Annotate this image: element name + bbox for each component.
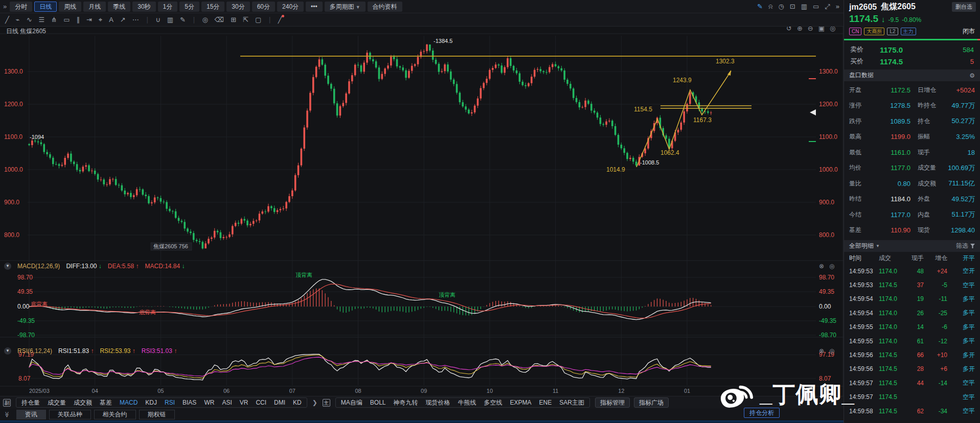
- timeframe-1分[interactable]: 1分: [158, 2, 178, 12]
- annotate-icon[interactable]: ✎: [757, 3, 763, 10]
- extend-line-icon[interactable]: ⇥: [86, 16, 92, 24]
- detail-header-label[interactable]: 全部明细: [849, 242, 874, 250]
- more-timeframes-button[interactable]: •••: [306, 2, 323, 12]
- filter-control[interactable]: 筛选: [956, 242, 975, 250]
- tab-期权链[interactable]: 期权链: [139, 410, 175, 419]
- pitchfork-icon[interactable]: ⋔: [51, 16, 57, 24]
- indicator-tab-KDJ[interactable]: KDJ: [145, 399, 157, 406]
- tab-资讯[interactable]: 资讯: [16, 410, 46, 419]
- magnet-icon[interactable]: ∪: [155, 16, 161, 24]
- tape-row[interactable]: 14:59:551174.061-12多平: [844, 334, 980, 348]
- indicator-tab-DMI[interactable]: DMI: [274, 399, 285, 406]
- indicator-tab-CCI[interactable]: CCI: [256, 399, 266, 406]
- tape-row[interactable]: 14:59:541174.026-25多平: [844, 306, 980, 320]
- indicator-tab-成交量[interactable]: 成交量: [48, 398, 66, 407]
- pip-icon[interactable]: ▥: [801, 3, 807, 10]
- alarm-icon[interactable]: ◷: [779, 3, 784, 10]
- expand-toolbar-icon[interactable]: »: [3, 3, 7, 10]
- timeframe-240分[interactable]: 240分: [277, 2, 304, 12]
- target-icon[interactable]: ◎: [202, 16, 208, 24]
- pane-close-icon[interactable]: ⊗: [819, 347, 824, 355]
- timeframe-30秒[interactable]: 30秒: [132, 2, 155, 12]
- trend-line-icon[interactable]: ╱: [5, 16, 9, 24]
- delete-icon[interactable]: ⌫: [215, 16, 224, 24]
- indicator-tab-ASI[interactable]: ASI: [222, 399, 232, 406]
- indicator-tab-WR[interactable]: WR: [204, 399, 214, 406]
- timeframe-分时[interactable]: 分时: [10, 2, 32, 12]
- timeframe-5分[interactable]: 5分: [179, 2, 199, 12]
- indicator-tab-持仓量[interactable]: 持仓量: [21, 398, 40, 407]
- indicator-tab-BIAS[interactable]: BIAS: [183, 399, 196, 406]
- parallel-channel-icon[interactable]: ∥: [76, 16, 80, 24]
- screenshot-icon[interactable]: ⊡: [790, 3, 795, 10]
- wave-icon[interactable]: ∿: [27, 16, 32, 24]
- more-panels-icon[interactable]: »: [836, 3, 839, 10]
- export-icon[interactable]: ⇱: [243, 16, 248, 24]
- indicator-tab-KD[interactable]: KD: [293, 399, 302, 406]
- depth-settings-icon[interactable]: ⚙: [969, 72, 975, 79]
- ruler-icon[interactable]: ╱: [278, 16, 282, 24]
- indicator-tab-神奇九转[interactable]: 神奇九转: [394, 398, 418, 407]
- timeframe-60分[interactable]: 60分: [252, 2, 275, 12]
- pane-settings-icon[interactable]: ◎: [829, 263, 834, 270]
- tape-row[interactable]: 14:59:561174.528+6多开: [844, 362, 980, 376]
- more-tools-icon[interactable]: ⋯: [132, 16, 139, 24]
- fib-icon[interactable]: ⌖: [99, 16, 102, 24]
- tape-row[interactable]: 14:59:541174.019-11多平: [844, 292, 980, 306]
- timeframe-日线[interactable]: 日线: [34, 2, 57, 12]
- timeframe-周线[interactable]: 周线: [59, 2, 81, 12]
- ask-row[interactable]: 卖价 1175.0 584: [844, 42, 980, 57]
- indicator-tab-BOLL[interactable]: BOLL: [370, 399, 386, 406]
- collapse-macd-icon[interactable]: ▼: [4, 263, 11, 270]
- indicator-tab-SAR主图[interactable]: SAR主图: [559, 398, 584, 407]
- remove-watchlist-button[interactable]: 删自选: [952, 2, 976, 12]
- tab-关联品种[interactable]: 关联品种: [49, 410, 91, 419]
- indicator-tab-现货价格[interactable]: 现货价格: [426, 398, 450, 407]
- indicator-tab-牛熊线[interactable]: 牛熊线: [458, 398, 476, 407]
- edit-draw-icon[interactable]: ✎: [180, 16, 186, 24]
- indicator-tab-MA自编[interactable]: MA自编: [341, 398, 362, 407]
- timeframe-季线[interactable]: 季线: [108, 2, 130, 12]
- tape-row[interactable]: 14:59:551174.014-6多平: [844, 320, 980, 334]
- tape-row[interactable]: 14:59:571174.5空平: [844, 390, 980, 404]
- tab-相关合约[interactable]: 相关合约: [94, 410, 136, 419]
- more-indicators-icon[interactable]: ❯: [312, 399, 317, 406]
- indicator-tab-多空线[interactable]: 多空线: [484, 398, 503, 407]
- bid-row[interactable]: 买价 1174.5 5: [844, 57, 980, 68]
- contract-info-button[interactable]: 合约资料: [368, 2, 402, 12]
- text-icon[interactable]: A: [109, 16, 113, 24]
- button-指标广场[interactable]: 指标广场: [634, 397, 669, 408]
- polyline-icon[interactable]: ⌁: [16, 16, 20, 24]
- tape-row[interactable]: 14:59:581174.562-34空平: [844, 404, 980, 418]
- horizontal-levels-icon[interactable]: ☰: [39, 16, 45, 24]
- clone-icon[interactable]: ▥: [167, 16, 173, 24]
- pane-close-icon[interactable]: ⊗: [819, 263, 824, 270]
- position-analysis-button[interactable]: 持仓分析: [744, 408, 780, 418]
- collapse-panel-icon[interactable]: ≫: [4, 412, 10, 418]
- tape-row[interactable]: 14:59:571174.544-14空平: [844, 376, 980, 390]
- monitor-icon[interactable]: ▭: [813, 3, 819, 10]
- indicator-tab-MACD[interactable]: MACD: [120, 399, 138, 406]
- indicator-tab-基差[interactable]: 基差: [100, 398, 112, 407]
- indicator-tab-EXPMA[interactable]: EXPMA: [510, 399, 532, 406]
- arrow-icon[interactable]: ↗: [120, 16, 126, 24]
- fullscreen-icon[interactable]: ⤢: [825, 3, 830, 11]
- timeframe-30分[interactable]: 30分: [226, 2, 249, 12]
- tape-row[interactable]: 14:59:531174.537-5空平: [844, 278, 980, 292]
- comment-icon[interactable]: ▢: [255, 16, 261, 24]
- timeframe-15分[interactable]: 15分: [201, 2, 224, 12]
- indicator-tab-成交额[interactable]: 成交额: [74, 398, 92, 407]
- multi-period-button[interactable]: 多周期图▼: [325, 2, 366, 12]
- tape-row[interactable]: 14:59:531174.048+24空开: [844, 264, 980, 278]
- pane-settings-icon[interactable]: ◎: [829, 347, 834, 355]
- grid-icon[interactable]: ⊞: [231, 16, 236, 24]
- indicator-tab-VR[interactable]: VR: [240, 399, 248, 406]
- candlestick-chart[interactable]: 2025/03040506070809101112011300.01300.01…: [0, 0, 844, 396]
- indicator-tab-ENE[interactable]: ENE: [539, 399, 552, 406]
- rectangle-icon[interactable]: ▭: [63, 16, 70, 24]
- timeframe-月线[interactable]: 月线: [83, 2, 106, 12]
- indicator-tab-RSI[interactable]: RSI: [165, 399, 175, 406]
- collapse-rsi-icon[interactable]: ▼: [4, 347, 11, 355]
- bell-icon[interactable]: ⍾: [768, 3, 773, 11]
- tape-row[interactable]: 14:59:561174.566+10多开: [844, 348, 980, 362]
